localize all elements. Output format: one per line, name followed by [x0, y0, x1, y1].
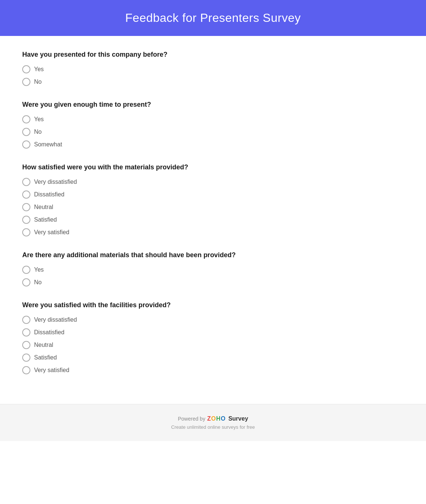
zoho-z: Z	[207, 415, 211, 422]
option-label-q3-o4: Satisfied	[34, 216, 57, 223]
option-row-q1-o1[interactable]: Yes	[22, 65, 404, 73]
option-label-q4-o2: No	[34, 279, 41, 286]
option-label-q2-o1: Yes	[34, 116, 44, 123]
zoho-h: H	[216, 415, 221, 422]
option-label-q5-o4: Satisfied	[34, 354, 57, 361]
option-label-q4-o1: Yes	[34, 266, 44, 273]
radio-q5-o2[interactable]	[22, 328, 30, 336]
zoho-o2: O	[221, 415, 226, 422]
question-text-1: Have you presented for this company befo…	[22, 51, 404, 59]
survey-title: Feedback for Presenters Survey	[7, 11, 419, 25]
survey-body: Have you presented for this company befo…	[0, 36, 426, 404]
option-row-q5-o2[interactable]: Dissatisfied	[22, 328, 404, 336]
radio-q3-o2[interactable]	[22, 190, 30, 199]
footer: Powered by ZOHO Survey Create unlimited …	[0, 404, 426, 441]
question-block-3: How satisfied were you with the material…	[22, 163, 404, 236]
radio-q3-o1[interactable]	[22, 178, 30, 186]
radio-q2-o3[interactable]	[22, 140, 30, 149]
question-block-5: Were you satisfied with the facilities p…	[22, 301, 404, 374]
option-label-q5-o1: Very dissatisfied	[34, 316, 77, 323]
option-row-q4-o1[interactable]: Yes	[22, 266, 404, 274]
question-text-2: Were you given enough time to present?	[22, 101, 404, 109]
question-block-4: Are there any additional materials that …	[22, 251, 404, 286]
radio-q3-o3[interactable]	[22, 203, 30, 211]
question-text-5: Were you satisfied with the facilities p…	[22, 301, 404, 309]
question-block-1: Have you presented for this company befo…	[22, 51, 404, 86]
option-row-q5-o1[interactable]: Very dissatisfied	[22, 316, 404, 324]
option-label-q3-o2: Dissatisfied	[34, 191, 64, 198]
option-row-q2-o3[interactable]: Somewhat	[22, 140, 404, 149]
option-row-q2-o2[interactable]: No	[22, 128, 404, 136]
option-row-q5-o4[interactable]: Satisfied	[22, 354, 404, 362]
radio-q2-o2[interactable]	[22, 128, 30, 136]
radio-q5-o5[interactable]	[22, 366, 30, 374]
option-label-q3-o1: Very dissatisfied	[34, 179, 77, 185]
option-row-q2-o1[interactable]: Yes	[22, 115, 404, 123]
radio-q3-o4[interactable]	[22, 216, 30, 224]
option-label-q2-o2: No	[34, 129, 41, 135]
option-row-q4-o2[interactable]: No	[22, 278, 404, 286]
radio-q3-o5[interactable]	[22, 228, 30, 236]
footer-powered-by: Powered by ZOHO Survey	[7, 415, 419, 422]
option-label-q3-o5: Very satisfied	[34, 229, 69, 236]
question-text-4: Are there any additional materials that …	[22, 251, 404, 259]
option-row-q1-o2[interactable]: No	[22, 78, 404, 86]
zoho-o1: O	[211, 415, 216, 422]
option-label-q3-o3: Neutral	[34, 204, 53, 210]
option-label-q2-o3: Somewhat	[34, 141, 62, 148]
option-row-q5-o3[interactable]: Neutral	[22, 341, 404, 349]
option-label-q5-o3: Neutral	[34, 342, 53, 348]
survey-header: Feedback for Presenters Survey	[0, 0, 426, 36]
option-label-q5-o5: Very satisfied	[34, 367, 69, 374]
option-label-q1-o1: Yes	[34, 66, 44, 73]
option-row-q3-o3[interactable]: Neutral	[22, 203, 404, 211]
option-row-q5-o5[interactable]: Very satisfied	[22, 366, 404, 374]
question-text-3: How satisfied were you with the material…	[22, 163, 404, 171]
radio-q5-o3[interactable]	[22, 341, 30, 349]
question-block-2: Were you given enough time to present?Ye…	[22, 101, 404, 149]
option-row-q3-o1[interactable]: Very dissatisfied	[22, 178, 404, 186]
radio-q4-o1[interactable]	[22, 266, 30, 274]
radio-q2-o1[interactable]	[22, 115, 30, 123]
option-row-q3-o2[interactable]: Dissatisfied	[22, 190, 404, 199]
footer-sub-text: Create unlimited online surveys for free	[7, 424, 419, 430]
powered-by-label: Powered by	[178, 416, 205, 422]
option-label-q5-o2: Dissatisfied	[34, 329, 64, 336]
option-label-q1-o2: No	[34, 79, 41, 85]
radio-q1-o1[interactable]	[22, 65, 30, 73]
survey-label: Survey	[228, 415, 248, 422]
radio-q1-o2[interactable]	[22, 78, 30, 86]
option-row-q3-o4[interactable]: Satisfied	[22, 216, 404, 224]
zoho-logo: ZOHO	[207, 415, 226, 422]
radio-q5-o1[interactable]	[22, 316, 30, 324]
radio-q4-o2[interactable]	[22, 278, 30, 286]
option-row-q3-o5[interactable]: Very satisfied	[22, 228, 404, 236]
radio-q5-o4[interactable]	[22, 354, 30, 362]
